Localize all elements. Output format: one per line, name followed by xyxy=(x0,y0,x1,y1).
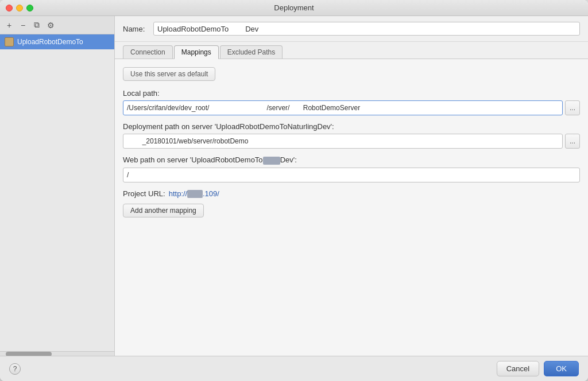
footer-right: Cancel OK xyxy=(497,361,579,376)
deployment-path-label: Deployment path on server 'UploadRobotDe… xyxy=(123,122,580,131)
local-path-input[interactable] xyxy=(123,100,563,115)
deployment-path-input[interactable] xyxy=(123,134,563,149)
use-server-default-button[interactable]: Use this server as default xyxy=(123,67,215,81)
name-row: Name: xyxy=(115,16,588,42)
url-masked xyxy=(187,190,203,198)
server-icon xyxy=(5,37,14,46)
footer-left: ? xyxy=(9,363,21,375)
settings-server-button[interactable]: ⚙ xyxy=(45,20,56,31)
project-url-row: Project URL: http:// .109/ xyxy=(123,189,580,199)
close-button[interactable] xyxy=(6,5,13,11)
web-path-label: Web path on server 'UploadRobotDemoTo De… xyxy=(123,155,580,165)
ok-button[interactable]: OK xyxy=(544,361,579,376)
web-path-label-masked xyxy=(263,157,280,165)
traffic-lights xyxy=(6,5,33,11)
window-title: Deployment xyxy=(274,3,314,12)
local-path-browse-button[interactable]: ... xyxy=(565,100,580,115)
name-label: Name: xyxy=(123,25,149,33)
titlebar: Deployment xyxy=(0,0,588,16)
project-url-label: Project URL: xyxy=(123,189,165,198)
tab-excluded-paths[interactable]: Excluded Paths xyxy=(220,45,283,59)
maximize-button[interactable] xyxy=(26,5,33,11)
sidebar-toolbar: + − ⧉ ⚙ xyxy=(0,16,114,34)
web-path-label-prefix: Web path on server 'UploadRobotDemoTo xyxy=(123,155,263,164)
tabs-bar: Connection Mappings Excluded Paths xyxy=(115,42,588,59)
project-url-link[interactable]: http:// .109/ xyxy=(169,189,219,199)
sidebar: + − ⧉ ⚙ UploadRobotDemoTo xyxy=(0,16,115,356)
deployment-path-row: ... xyxy=(123,134,580,149)
tab-mappings[interactable]: Mappings xyxy=(174,45,219,59)
sidebar-item-label: UploadRobotDemoTo xyxy=(17,38,83,46)
window-body: + − ⧉ ⚙ UploadRobotDemoTo Name: Connec xyxy=(0,16,588,356)
remove-server-button[interactable]: − xyxy=(17,20,29,31)
sidebar-item-server[interactable]: UploadRobotDemoTo xyxy=(0,34,114,49)
add-server-button[interactable]: + xyxy=(3,20,15,31)
main-content: Name: Connection Mappings Excluded Paths… xyxy=(115,16,588,356)
cancel-button[interactable]: Cancel xyxy=(497,361,539,376)
tab-connection[interactable]: Connection xyxy=(123,45,173,59)
minimize-button[interactable] xyxy=(16,5,23,11)
local-path-label: Local path: xyxy=(123,89,580,98)
deployment-path-browse-button[interactable]: ... xyxy=(565,134,580,149)
web-path-row xyxy=(123,168,580,182)
web-path-input[interactable] xyxy=(123,168,580,182)
deployment-window: Deployment + − ⧉ ⚙ UploadRobotDemoTo Nam… xyxy=(0,0,588,381)
name-input[interactable] xyxy=(153,22,580,36)
tab-content-mappings: Use this server as default Local path: .… xyxy=(115,59,588,356)
window-footer: ? Cancel OK xyxy=(0,356,588,381)
sidebar-scrollbar-thumb[interactable] xyxy=(6,352,52,356)
sidebar-scrollbar-track xyxy=(0,351,114,356)
add-mapping-button[interactable]: Add another mapping xyxy=(123,204,204,217)
help-button[interactable]: ? xyxy=(9,363,21,375)
web-path-label-suffix: Dev': xyxy=(280,155,297,164)
copy-server-button[interactable]: ⧉ xyxy=(31,20,42,31)
local-path-row: ... xyxy=(123,100,580,115)
